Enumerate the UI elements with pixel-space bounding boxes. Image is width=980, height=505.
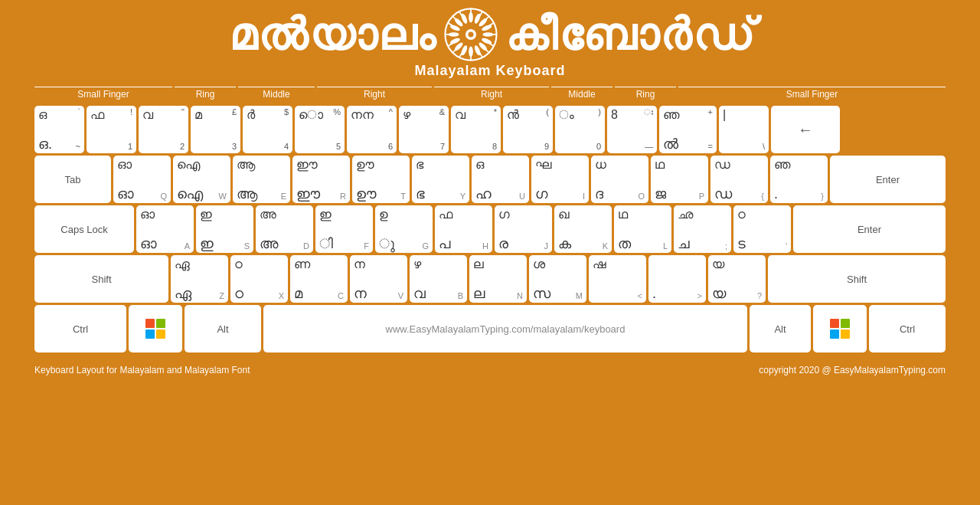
footer: Keyboard Layout for Malayalam and Malaya… [31, 359, 949, 375]
key-minus[interactable]: 8ഃ — [607, 106, 657, 153]
key-equals[interactable]: ഞ+ ൽ= [659, 106, 717, 153]
key-m[interactable]: ശ സM [529, 255, 586, 303]
zxcv-row: Shift ഏ ഏZ ഠ ഠX ണ മC ന നV ഴ വB ല ലN ശ സM [34, 255, 946, 303]
finger-label-right-left: Right [317, 87, 432, 100]
finger-label-middle-right: Middle [551, 87, 612, 100]
key-ctrl-right[interactable]: Ctrl [869, 305, 946, 353]
windows-logo-left [145, 319, 165, 339]
key-open-bracket[interactable]: ഡ ഡ{ [710, 156, 768, 203]
subtitle: Malayalam Keyboard [229, 63, 752, 79]
key-backtick[interactable]: ഒ` ഒ.~ [34, 106, 84, 153]
key-shift-right[interactable]: Shift [768, 255, 946, 303]
key-0[interactable]: ം) 0 [555, 106, 605, 153]
key-3[interactable]: മ£ 3 [191, 106, 240, 153]
key-enter-2[interactable]: Enter [793, 205, 946, 253]
key-u[interactable]: ഒ ഹU [472, 156, 529, 203]
finger-label-middle-left: Middle [238, 87, 315, 100]
wheel-icon [444, 8, 498, 61]
finger-label-small-left: Small Finger [34, 87, 172, 100]
key-tab[interactable]: Tab [34, 156, 111, 203]
key-q[interactable]: ഓ ഓQ [113, 156, 171, 203]
key-k[interactable]: ഖ കK [554, 205, 612, 253]
main-title: മല്‍യാലം [229, 8, 752, 61]
key-f[interactable]: ഇ ിF [315, 205, 373, 253]
svg-point-19 [469, 12, 473, 23]
key-slash[interactable]: യ യ? [708, 255, 766, 303]
key-y[interactable]: ഭ ഭY [412, 156, 469, 203]
finger-labels-row: Small Finger Ring Middle Right Right Mid… [34, 87, 946, 103]
title-malayalam-part1: മല്‍യാലം [229, 8, 436, 61]
key-close-bracket[interactable]: ഞ .} [770, 156, 828, 203]
key-4[interactable]: ർ$ 4 [243, 106, 292, 153]
key-b[interactable]: ഴ വB [410, 255, 467, 303]
key-6[interactable]: നന^ 6 [347, 106, 397, 153]
key-backslash[interactable]: | \ [719, 106, 769, 153]
svg-point-31 [448, 32, 459, 37]
key-d[interactable]: അ അD [256, 205, 313, 253]
svg-point-2 [468, 32, 473, 38]
key-5[interactable]: ൊ% 5 [295, 106, 345, 153]
windows-logo-right [830, 319, 850, 339]
key-e[interactable]: ആ ആE [233, 156, 290, 203]
number-row: ഒ` ഒ.~ ഫ! 1 വ" 2 മ£ 3 ർ$ 4 ൊ% 5 നന^ 6 ഴ& [34, 106, 946, 153]
footer-left: Keyboard Layout for Malayalam and Malaya… [34, 365, 250, 375]
key-quote[interactable]: ഠ ട' [733, 205, 791, 253]
keyboard-container: Small Finger Ring Middle Right Right Mid… [31, 83, 949, 359]
footer-right: copyright 2020 @ EasyMalayalamTyping.com [759, 365, 946, 375]
finger-label-right-right: Right [434, 87, 549, 100]
key-caps-lock[interactable]: Caps Lock [34, 205, 134, 253]
key-ctrl-left[interactable]: Ctrl [34, 305, 126, 353]
key-j[interactable]: ഗ രJ [495, 205, 552, 253]
key-7[interactable]: ഴ& 7 [399, 106, 449, 153]
asdf-row: Caps Lock ഓ ഓA ഇ ഇS അ അD ഇ ിF ഉ ുG ഫ പH … [34, 205, 946, 253]
finger-label-small-right: Small Finger [678, 87, 946, 100]
key-1[interactable]: ഫ! 1 [87, 106, 136, 153]
key-alt-left[interactable]: Alt [185, 305, 261, 353]
key-spacebar[interactable]: www.EasyMalayalamTyping.com/malayalam/ke… [263, 305, 747, 353]
finger-label-ring-right: Ring [615, 87, 676, 100]
key-o[interactable]: ധ ദO [591, 156, 648, 203]
key-t[interactable]: ഊ ഊT [352, 156, 410, 203]
key-shift-left[interactable]: Shift [34, 255, 168, 303]
key-r[interactable]: ഈ ഈR [292, 156, 350, 203]
key-alt-right[interactable]: Alt [750, 305, 811, 353]
key-z[interactable]: ഏ ഏZ [171, 255, 228, 303]
key-period[interactable]: .> [648, 255, 706, 303]
key-backspace[interactable]: ← [771, 106, 840, 153]
key-8[interactable]: വ* 8 [451, 106, 501, 153]
key-9[interactable]: ൻ( 9 [503, 106, 553, 153]
bottom-row: Ctrl Alt www.EasyMalayalamTyping.com/mal… [34, 305, 946, 353]
key-n[interactable]: ല ലN [469, 255, 527, 303]
key-c[interactable]: ണ മC [290, 255, 348, 303]
key-a[interactable]: ഓ ഓA [136, 205, 194, 253]
qwerty-row: Tab ഓ ഓQ ഐ ഐW ആ ആE ഈ ഈR ഊ ഊT ഭ ഭY ഒ ഹU [34, 156, 946, 203]
finger-label-ring-left: Ring [175, 87, 236, 100]
header: മല്‍യാലം [229, 0, 752, 83]
key-v[interactable]: ന നV [350, 255, 407, 303]
key-x[interactable]: ഠ ഠX [230, 255, 288, 303]
key-w[interactable]: ഐ ഐW [173, 156, 230, 203]
url-text: www.EasyMalayalamTyping.com/malayalam/ke… [386, 323, 626, 335]
svg-point-23 [482, 32, 493, 37]
key-2[interactable]: വ" 2 [139, 106, 188, 153]
key-win-left[interactable] [129, 305, 182, 353]
svg-point-27 [469, 46, 473, 57]
key-enter[interactable]: Enter [830, 156, 946, 203]
key-p[interactable]: ഥ ജP [651, 156, 708, 203]
key-g[interactable]: ഉ ുG [375, 205, 433, 253]
key-semicolon[interactable]: ഛ ച; [674, 205, 731, 253]
key-comma[interactable]: ഷ < [589, 255, 646, 303]
title-malayalam-part2: കീബോർഡ് [505, 8, 752, 61]
key-s[interactable]: ഇ ഇS [196, 205, 253, 253]
key-h[interactable]: ഫ പH [435, 205, 492, 253]
key-l[interactable]: ഥ തL [614, 205, 671, 253]
key-i[interactable]: ഘ ഗI [531, 156, 589, 203]
key-win-right[interactable] [813, 305, 867, 353]
